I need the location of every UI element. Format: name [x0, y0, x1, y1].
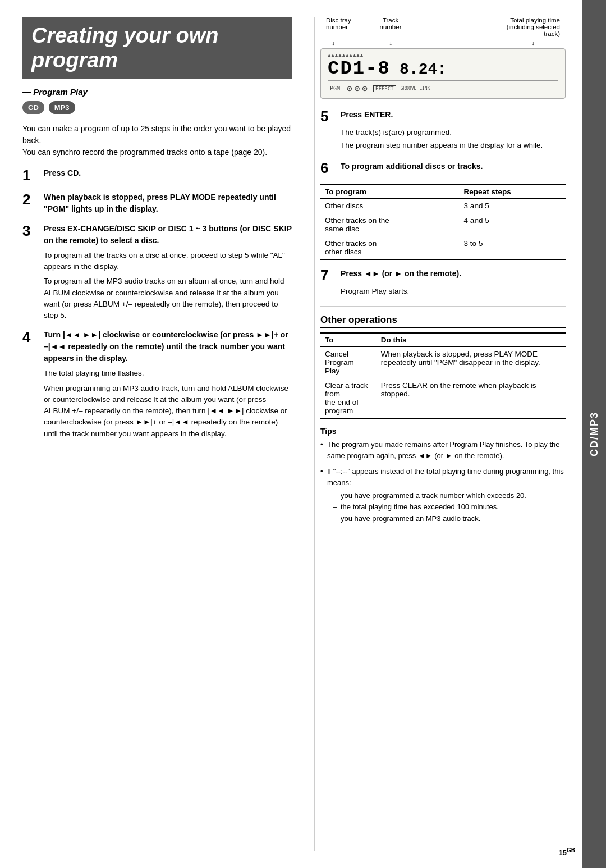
tip-sub-1: you have programmed a track number which…	[341, 491, 526, 500]
step-1-number: 1	[22, 167, 38, 184]
list-item: you have programmed a track number which…	[333, 490, 566, 501]
display-main-text: CD1-8	[328, 58, 391, 79]
step-3-title: Press EX-CHANGE/DISC SKIP or DISC 1 ~ 3 …	[44, 224, 292, 245]
disc-tray-label2: number	[326, 24, 348, 30]
page-num-value: 15	[559, 848, 567, 857]
display-time-text: 8.24:	[400, 61, 447, 78]
step-3-number: 3	[22, 223, 38, 322]
table-cell: Cancel ProgramPlay	[320, 346, 377, 378]
groove-link-label: GROOVE LINK	[401, 86, 430, 91]
step-4-content: Turn |◄◄ ►►| clockwise or counterclockwi…	[44, 329, 292, 440]
list-item: If "--:--" appears instead of the total …	[320, 466, 566, 524]
step-4-number: 4	[22, 329, 38, 440]
table-row: Other discs 3 and 5	[320, 198, 566, 213]
tips-sub-list: you have programmed a track number which…	[327, 490, 566, 524]
title-box: Creating your own program	[22, 17, 292, 79]
step-2-content: When playback is stopped, press PLAY MOD…	[44, 191, 292, 215]
other-operations-table: To Do this Cancel ProgramPlay When playb…	[320, 332, 566, 419]
page-title: Creating your own program	[31, 24, 283, 72]
table-row: Other tracks onother discs 3 to 5	[320, 236, 566, 259]
table-row: Cancel ProgramPlay When playback is stop…	[320, 346, 566, 378]
step-7: 7 Press ◄► (or ► on the remote). Program…	[320, 268, 566, 297]
step-6: 6 To program additional discs or tracks.	[320, 161, 566, 175]
other-operations-title: Other operations	[320, 314, 566, 328]
step-3-para1: To program all the tracks on a disc at o…	[44, 250, 292, 273]
step-3-content: Press EX-CHANGE/DISC SKIP or DISC 1 ~ 3 …	[44, 223, 292, 322]
divider	[320, 306, 566, 307]
display-screen: ▲▲▲▲▲▲▲▲▲▲ CD1-8 8.24: PGM ⊙ ⊙ ⊙ EFFECT …	[320, 48, 566, 99]
step-1: 1 Press CD.	[22, 167, 292, 184]
table-cell: When playback is stopped, press PLAY MOD…	[377, 346, 566, 378]
table-row: Clear a track fromthe end of program Pre…	[320, 378, 566, 418]
list-item: you have programmed an MP3 audio track.	[333, 513, 566, 524]
table-cell: 3 and 5	[460, 198, 566, 213]
step-7-title: Press ◄► (or ► on the remote).	[341, 269, 461, 278]
mp3-badge: MP3	[49, 101, 75, 114]
step-4-para2: When programming an MP3 audio track, tur…	[44, 383, 292, 440]
list-item: The program you made remains after Progr…	[320, 439, 566, 462]
step-2-title: When playback is stopped, press PLAY MOD…	[44, 193, 276, 213]
ops-table-header-2: Do this	[377, 333, 566, 347]
program-table: To program Repeat steps Other discs 3 an…	[320, 184, 566, 260]
left-column: Creating your own program — Program Play…	[22, 17, 297, 851]
step-3-para2: To program all the MP3 audio tracks on a…	[44, 276, 292, 321]
step-7-line1: Program Play starts.	[341, 286, 566, 297]
program-table-header-1: To program	[320, 185, 460, 199]
step-2: 2 When playback is stopped, press PLAY M…	[22, 191, 292, 215]
page-number: 15GB	[559, 847, 575, 857]
tip-2-text: If "--:--" appears instead of the total …	[327, 467, 564, 487]
table-cell: Other discs	[320, 198, 460, 213]
display-diagram: Disc tray number Track number Total play…	[320, 17, 566, 99]
track-number-label2: number	[380, 24, 402, 30]
program-table-header-2: Repeat steps	[460, 185, 566, 199]
disc-tray-label: Disc tray	[326, 17, 351, 24]
step-7-number: 7	[320, 268, 335, 282]
step-6-number: 6	[320, 161, 335, 175]
step-5-number: 5	[320, 109, 335, 124]
badge-container: CD MP3	[22, 101, 292, 114]
page-suffix: GB	[567, 847, 575, 853]
total-time-label2: (including selected	[507, 24, 560, 30]
step-1-title: Press CD.	[44, 168, 81, 177]
tips-list: The program you made remains after Progr…	[320, 439, 566, 524]
step-4: 4 Turn |◄◄ ►►| clockwise or counterclock…	[22, 329, 292, 440]
list-item: the total playing time has exceeded 100 …	[333, 501, 566, 513]
total-time-label: Total playing time	[510, 17, 560, 24]
total-time-label3: track)	[544, 30, 560, 37]
intro-text-1: You can make a program of up to 25 steps…	[22, 123, 292, 158]
step-5-title: Press ENTER.	[341, 110, 393, 119]
display-icon-3: ⊙	[362, 83, 368, 94]
step-4-title: Turn |◄◄ ►►| clockwise or counterclockwi…	[44, 330, 288, 363]
tip-sub-3: you have programmed an MP3 audio track.	[341, 514, 480, 523]
table-cell: Other tracks on thesame disc	[320, 213, 460, 236]
side-tab: CD/MP3	[582, 0, 606, 868]
step-3: 3 Press EX-CHANGE/DISC SKIP or DISC 1 ~ …	[22, 223, 292, 322]
tips-title: Tips	[320, 427, 566, 436]
step-5-line1: The track(s) is(are) programmed.	[341, 127, 566, 138]
cd-badge: CD	[22, 101, 44, 114]
step-1-content: Press CD.	[44, 167, 81, 184]
step-6-title: To program additional discs or tracks.	[341, 162, 483, 171]
tip-sub-2: the total playing time has exceeded 100 …	[341, 502, 499, 511]
program-play-subtitle: — Program Play	[22, 87, 292, 97]
step-4-para1: The total playing time flashes.	[44, 368, 292, 379]
step-5-line2: The program step number appears in the d…	[341, 140, 566, 151]
display-icon-1: ⊙	[347, 83, 352, 94]
ops-table-header-1: To	[320, 333, 377, 347]
table-cell: 3 to 5	[460, 236, 566, 259]
step-2-number: 2	[22, 191, 38, 215]
table-cell: 4 and 5	[460, 213, 566, 236]
table-cell: Clear a track fromthe end of program	[320, 378, 377, 418]
display-icon-2: ⊙	[355, 83, 360, 94]
pgm-icon: PGM	[328, 85, 342, 92]
right-column: Disc tray number Track number Total play…	[314, 17, 566, 851]
track-number-label: Track	[383, 17, 398, 24]
table-cell: Press CLEAR on the remote when playback …	[377, 378, 566, 418]
table-row: Other tracks on thesame disc 4 and 5	[320, 213, 566, 236]
tip-1-text: The program you made remains after Progr…	[327, 440, 560, 460]
table-cell: Other tracks onother discs	[320, 236, 460, 259]
step-5: 5 Press ENTER. The track(s) is(are) prog…	[320, 109, 566, 152]
effect-label: EFFECT	[373, 85, 396, 92]
side-tab-text: CD/MP3	[589, 412, 600, 456]
